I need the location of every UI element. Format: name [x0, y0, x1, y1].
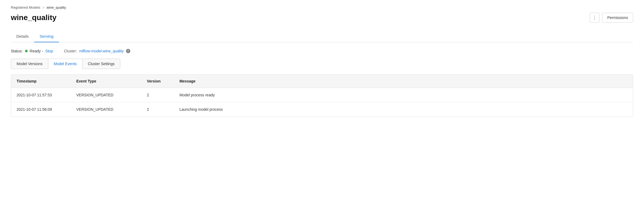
table-row: 2021-10-07 11:56:09 VERSION_UPDATED 2 La…	[11, 102, 633, 117]
sub-tab-model-events[interactable]: Model Events	[48, 59, 83, 69]
table-header-row: Timestamp Event Type Version Message	[11, 75, 633, 88]
cluster-label: Cluster:	[64, 49, 77, 53]
cell-timestamp-1: 2021-10-07 11:56:09	[11, 102, 71, 117]
page-title: wine_quality	[11, 13, 56, 22]
status-label: Status:	[11, 49, 23, 53]
more-options-button[interactable]: ⋮	[590, 13, 599, 23]
permissions-button[interactable]: Permissions	[602, 13, 633, 23]
cell-event-type-0: VERSION_UPDATED	[71, 88, 141, 102]
page-container: Registered Models > wine_quality wine_qu…	[0, 0, 644, 209]
sub-tabs: Model Versions Model Events Cluster Sett…	[11, 59, 633, 69]
col-header-event-type: Event Type	[71, 75, 141, 88]
cell-event-type-1: VERSION_UPDATED	[71, 102, 141, 117]
events-table: Timestamp Event Type Version Message 202…	[11, 75, 633, 116]
cell-timestamp-0: 2021-10-07 11:57:53	[11, 88, 71, 102]
cell-version-0: 2	[141, 88, 174, 102]
status-bar: Status: Ready - Stop Cluster: mlflow-mod…	[11, 49, 633, 53]
page-header: wine_quality ⋮ Permissions	[11, 13, 633, 23]
sub-tab-model-versions[interactable]: Model Versions	[11, 59, 48, 69]
col-header-version: Version	[141, 75, 174, 88]
main-tabs: Details Serving	[11, 31, 633, 42]
cluster-section: Cluster: mlflow-model-wine_quality ?	[64, 49, 130, 53]
status-section: Status: Ready - Stop	[11, 49, 53, 53]
cell-message-1: Launching model process	[174, 102, 633, 117]
cell-message-0: Model process ready	[174, 88, 633, 102]
breadcrumb-current: wine_quality	[46, 5, 66, 10]
breadcrumb-separator: >	[42, 6, 44, 10]
tab-details[interactable]: Details	[11, 31, 34, 42]
help-icon[interactable]: ?	[126, 49, 130, 53]
more-options-icon: ⋮	[592, 15, 597, 21]
breadcrumb-parent-link[interactable]: Registered Models	[11, 5, 40, 10]
cell-version-1: 2	[141, 102, 174, 117]
events-table-container: Timestamp Event Type Version Message 202…	[11, 74, 633, 117]
col-header-message: Message	[174, 75, 633, 88]
breadcrumb: Registered Models > wine_quality	[11, 5, 633, 10]
table-row: 2021-10-07 11:57:53 VERSION_UPDATED 2 Mo…	[11, 88, 633, 102]
stop-link[interactable]: Stop	[45, 49, 53, 53]
sub-tab-cluster-settings[interactable]: Cluster Settings	[82, 59, 121, 69]
tab-serving[interactable]: Serving	[34, 31, 59, 42]
status-ready-icon	[25, 50, 28, 52]
col-header-timestamp: Timestamp	[11, 75, 71, 88]
status-ready-text: Ready -	[30, 49, 43, 53]
header-actions: ⋮ Permissions	[590, 13, 633, 23]
cluster-link[interactable]: mlflow-model-wine_quality	[79, 49, 124, 53]
